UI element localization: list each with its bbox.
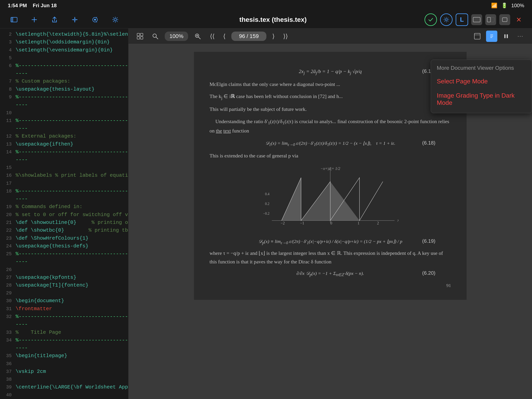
share-button[interactable]	[48, 13, 61, 26]
dropdown-menu: More Document Viewer Options Select Page…	[431, 60, 532, 113]
first-page-button[interactable]: ⟨⟨	[207, 31, 217, 41]
layout-l-button[interactable]: L	[456, 13, 468, 26]
status-bar: 1:54 PM Fri Jun 18 📶 🔋 100%	[0, 0, 532, 11]
code-line: 26	[0, 266, 128, 274]
document-title: thesis.tex (thesis.tex)	[121, 16, 424, 23]
svg-text:0.4: 0.4	[265, 192, 270, 196]
equation-617: 2xj = 2ãj/b = 1 − q/p − kj √p/q (6.17)	[209, 68, 451, 75]
svg-rect-1	[11, 17, 13, 22]
code-line: 6 %-------------------------------------…	[0, 62, 128, 77]
svg-text:0.2: 0.2	[265, 202, 270, 206]
code-line: 21 \def \showoutline{0} % printing of th…	[0, 219, 128, 226]
code-line: 40	[0, 391, 128, 399]
code-line: 9 %-------------------------------------…	[0, 93, 128, 109]
window-small-button[interactable]	[499, 14, 510, 25]
svg-text:x: x	[397, 218, 399, 222]
pdf-viewer: 100% ⟨⟨ ⟨ 96 / 159 ⟩ ⟩⟩	[128, 28, 532, 399]
pdf-toolbar-right: ···	[472, 31, 526, 42]
svg-marker-43	[330, 182, 360, 220]
svg-text:2: 2	[377, 221, 379, 225]
code-line: 27 \usepackage{kpfonts}	[0, 274, 128, 281]
code-line: 33 % Title Page	[0, 328, 128, 336]
zoom-in-button[interactable]	[192, 31, 203, 42]
window-controls: L ✕	[424, 13, 524, 26]
battery-icon: 🔋	[501, 3, 507, 9]
svg-marker-44	[360, 178, 383, 220]
code-line: 37 \vskip 2cm	[0, 368, 128, 375]
next-page-button[interactable]: ⟩	[270, 31, 277, 41]
code-line: 20 % set to 0 or off for switching off v…	[0, 211, 128, 219]
svg-line-19	[156, 37, 158, 39]
run-button[interactable]	[424, 13, 437, 26]
settings-button[interactable]	[440, 13, 453, 26]
svg-rect-31	[507, 34, 508, 38]
pause-button[interactable]	[500, 31, 512, 42]
code-editor[interactable]: 2 \setlength{\textwidth}{5.8in}%\setleng…	[0, 28, 128, 399]
code-line: 15	[0, 164, 128, 171]
last-page-button[interactable]: ⟩⟩	[280, 31, 291, 41]
page-navigation: ⟨⟨ ⟨ 96 / 159 ⟩ ⟩⟩	[207, 31, 291, 41]
svg-rect-12	[491, 17, 494, 22]
svg-rect-16	[137, 37, 140, 39]
chart-graph: x −x+|d|+ 1/2 −2 −1 0 1 2	[262, 166, 399, 232]
code-line: 4 \setlength{\evensidemargin}{0in}	[0, 46, 128, 54]
code-line: 32 %------------------------------------…	[0, 313, 128, 328]
sparkle-button[interactable]	[69, 13, 81, 26]
svg-rect-11	[487, 17, 491, 22]
pdf-paragraph-1: McElgin claims that the only case where …	[209, 80, 451, 135]
code-line: 2 \setlength{\textwidth}{5.8in}%\setleng…	[0, 30, 128, 38]
svg-rect-30	[504, 34, 506, 38]
code-line: 18 %------------------------------------…	[0, 187, 128, 203]
svg-line-23	[198, 37, 200, 39]
grid-view-button[interactable]	[134, 31, 146, 42]
toolbar-left	[8, 13, 121, 26]
battery-level: 100%	[511, 3, 524, 9]
svg-text:−0.2: −0.2	[263, 212, 270, 215]
sidebar-toggle-button[interactable]	[8, 13, 20, 26]
svg-point-9	[445, 19, 447, 21]
zoom-level[interactable]: 100%	[165, 32, 188, 41]
pdf-toolbar: 100% ⟨⟨ ⟨ 96 / 159 ⟩ ⟩⟩	[128, 28, 532, 44]
close-button[interactable]: ✕	[513, 14, 524, 25]
image-grading-item[interactable]: Image Grading Type in Dark Mode	[431, 89, 532, 110]
status-left: 1:54 PM Fri Jun 18	[8, 3, 57, 9]
code-line: 34 %------------------------------------…	[0, 336, 128, 352]
code-line: 22 \def \showtbc{0} % printing tbc block…	[0, 226, 128, 234]
window-half-left-button[interactable]	[485, 14, 496, 25]
eq-618-label: (6.18)	[422, 140, 435, 146]
gear-button[interactable]	[109, 13, 121, 26]
status-right: 📶 🔋 100%	[491, 3, 524, 9]
status-time: 1:54 PM	[8, 3, 27, 9]
code-line: 28 \usepackage[T1]{fontenc}	[0, 281, 128, 289]
eq-620-label: (6.20)	[422, 270, 435, 276]
svg-point-5	[74, 19, 75, 20]
more-options-button[interactable]: ···	[515, 31, 526, 42]
add-button[interactable]	[28, 13, 40, 26]
window-full-button[interactable]	[471, 14, 482, 25]
main-toolbar: thesis.tex (thesis.tex) L ✕	[0, 11, 532, 28]
code-line: 3 \setlength{\oddsidemargin}{0in}	[0, 38, 128, 46]
equation-618: 𝒟1(x) = limε→0 ε/(2π) · δ′1(z|τ)/δ1(z|τ)…	[209, 140, 451, 147]
svg-rect-14	[137, 33, 140, 36]
code-line: 24 \usepackage{thesis-defs}	[0, 242, 128, 250]
active-view-button[interactable]	[486, 31, 497, 42]
code-line: 17	[0, 180, 128, 187]
page-number: 91	[209, 283, 451, 288]
pdf-page: 2xj = 2ãj/b = 1 − q/p − kj √p/q (6.17) M…	[194, 52, 467, 300]
svg-rect-15	[140, 33, 143, 36]
equation-619: 𝒟p(x) ≡ limε→0 ε/(2π) · δ′1(x|−q/p+iε) /…	[209, 238, 451, 245]
page-info[interactable]: 96 / 159	[231, 32, 266, 41]
svg-rect-10	[473, 17, 480, 22]
record-button[interactable]	[89, 13, 101, 26]
eq-619-label: (6.19)	[422, 238, 435, 244]
code-line: 8 \usepackage{thesis-layout}	[0, 85, 128, 93]
prev-page-button[interactable]: ⟨	[221, 31, 228, 41]
thumbnail-view-button[interactable]	[472, 31, 483, 42]
code-line: 5	[0, 54, 128, 62]
code-line: 10	[0, 109, 128, 117]
svg-text:−x+|d|+ 1/2: −x+|d|+ 1/2	[321, 166, 340, 171]
code-line: 7 % Custom packages:	[0, 77, 128, 85]
search-pdf-button[interactable]	[150, 31, 161, 42]
select-page-mode-item[interactable]: Select Page Mode	[431, 74, 532, 89]
svg-rect-17	[140, 37, 143, 39]
